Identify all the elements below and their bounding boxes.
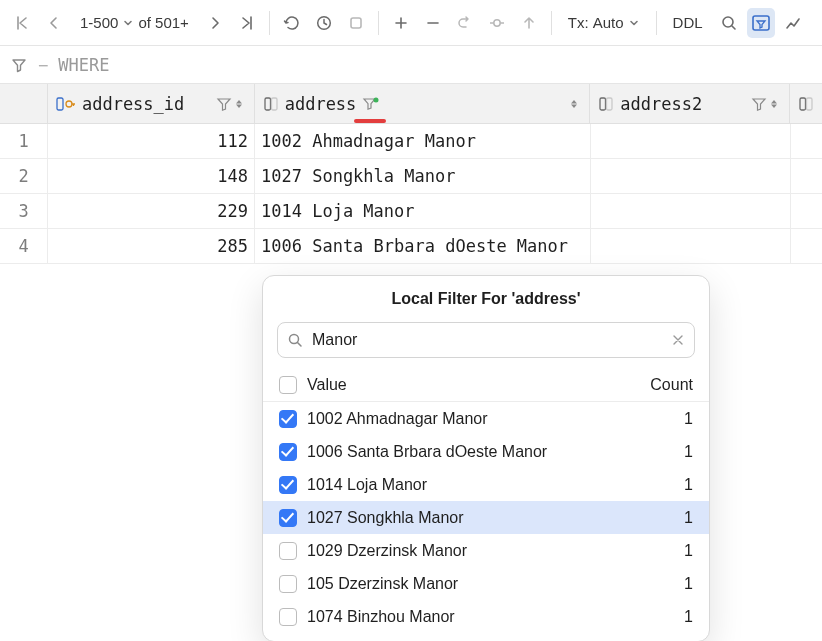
last-page-button[interactable] [233,8,261,38]
filter-option-label: 1002 Ahmadnagar Manor [307,410,488,428]
sort-icon[interactable] [232,97,246,111]
svg-rect-5 [57,98,63,110]
filter-option-checkbox[interactable] [279,410,297,428]
cell-address-id[interactable]: 229 [48,194,255,228]
table-row[interactable]: 42851006 Santa Brbara dOeste Manor [0,229,822,264]
filter-option-row[interactable]: 1014 Loja Manor1 [263,468,709,501]
popup-search-input[interactable] [277,322,695,358]
column-header-address[interactable]: address [255,84,591,123]
filter-option-label: 105 Dzerzinsk Manor [307,575,458,593]
column-icon [263,96,279,112]
filter-icon[interactable] [216,96,232,112]
filter-option-label: 1014 Loja Manor [307,476,427,494]
local-filter-popup: Local Filter For 'address' Value Count 1… [262,275,710,641]
cell-address[interactable]: 1014 Loja Manor [255,194,591,228]
sort-icon[interactable] [767,97,781,111]
column-icon [598,96,614,112]
filter-option-checkbox[interactable] [279,542,297,560]
refresh-button[interactable] [278,8,306,38]
column-header-tail[interactable] [790,84,822,123]
popup-items: 1002 Ahmadnagar Manor11006 Santa Brbara … [263,402,709,633]
cell-address2[interactable] [591,124,791,158]
filter-view-button[interactable] [747,8,775,38]
stop-button[interactable] [342,8,370,38]
filter-option-checkbox[interactable] [279,476,297,494]
page-range-selector[interactable]: 1-500 of 501+ [72,8,197,38]
cell-tail[interactable] [791,229,822,263]
svg-rect-12 [800,98,806,110]
chart-icon [784,14,802,32]
cell-address2[interactable] [591,229,791,263]
column-icon [798,96,814,112]
cell-address[interactable]: 1027 Songkhla Manor [255,159,591,193]
select-all-checkbox[interactable] [279,376,297,394]
svg-point-9 [374,97,379,102]
remove-button[interactable] [419,8,447,38]
ddl-button[interactable]: DDL [665,14,711,31]
prev-page-button[interactable] [40,8,68,38]
history-button[interactable] [310,8,338,38]
filter-option-row[interactable]: 1027 Songkhla Manor1 [263,501,709,534]
column-label: address2 [620,94,702,114]
table-row[interactable]: 11121002 Ahmadnagar Manor [0,124,822,159]
chart-button[interactable] [779,8,807,38]
filter-option-row[interactable]: 1006 Santa Brbara dOeste Manor1 [263,435,709,468]
cell-tail[interactable] [791,159,822,193]
svg-rect-10 [600,98,606,110]
page-range-text: 1-500 [80,14,118,31]
column-header-row: address_id address address2 [0,84,822,124]
filter-option-label: 1074 Binzhou Manor [307,608,455,626]
filter-option-label: 1027 Songkhla Manor [307,509,464,527]
where-filter-bar[interactable]: − WHERE [0,46,822,84]
filter-option-checkbox[interactable] [279,443,297,461]
filter-option-count: 1 [679,608,693,626]
svg-rect-13 [807,98,813,110]
column-header-address-id[interactable]: address_id [48,84,255,123]
tx-mode-selector[interactable]: Tx: Auto [560,8,648,38]
cell-address-id[interactable]: 112 [48,124,255,158]
count-header: Count [650,376,693,394]
cell-address-id[interactable]: 285 [48,229,255,263]
filter-active-icon[interactable] [362,96,380,112]
row-number: 3 [0,194,48,228]
cell-address[interactable]: 1006 Santa Brbara dOeste Manor [255,229,591,263]
cell-tail[interactable] [791,194,822,228]
cell-address2[interactable] [591,159,791,193]
data-rows: 11121002 Ahmadnagar Manor21481027 Songkh… [0,124,822,264]
cell-address2[interactable] [591,194,791,228]
search-button[interactable] [715,8,743,38]
first-page-button[interactable] [8,8,36,38]
filter-option-row[interactable]: 1002 Ahmadnagar Manor1 [263,402,709,435]
tx-mode: Auto [593,14,624,31]
commit-button[interactable] [483,8,511,38]
filter-option-row[interactable]: 1029 Dzerzinsk Manor1 [263,534,709,567]
search-icon [287,332,303,348]
table-row[interactable]: 32291014 Loja Manor [0,194,822,229]
svg-rect-8 [271,98,277,110]
cell-address-id[interactable]: 148 [48,159,255,193]
filter-option-count: 1 [679,476,693,494]
sort-icon[interactable] [567,97,581,111]
red-underline-mark [354,119,386,123]
clear-search-button[interactable] [671,333,685,347]
filter-option-checkbox[interactable] [279,509,297,527]
filter-icon[interactable] [751,96,767,112]
filter-option-row[interactable]: 1074 Binzhou Manor1 [263,600,709,633]
submit-button[interactable] [515,8,543,38]
next-page-button[interactable] [201,8,229,38]
filter-option-row[interactable]: 105 Dzerzinsk Manor1 [263,567,709,600]
table-row[interactable]: 21481027 Songkhla Manor [0,159,822,194]
key-column-icon [56,96,76,112]
add-button[interactable] [387,8,415,38]
column-header-address2[interactable]: address2 [590,84,790,123]
cell-address[interactable]: 1002 Ahmadnagar Manor [255,124,591,158]
filter-option-checkbox[interactable] [279,608,297,626]
cell-tail[interactable] [791,124,822,158]
column-label: address_id [82,94,184,114]
filter-option-checkbox[interactable] [279,575,297,593]
gutter-header [0,84,48,123]
revert-button[interactable] [451,8,479,38]
filter-option-count: 1 [679,410,693,428]
popup-search-wrap [277,322,695,358]
tx-label: Tx: [568,14,589,31]
